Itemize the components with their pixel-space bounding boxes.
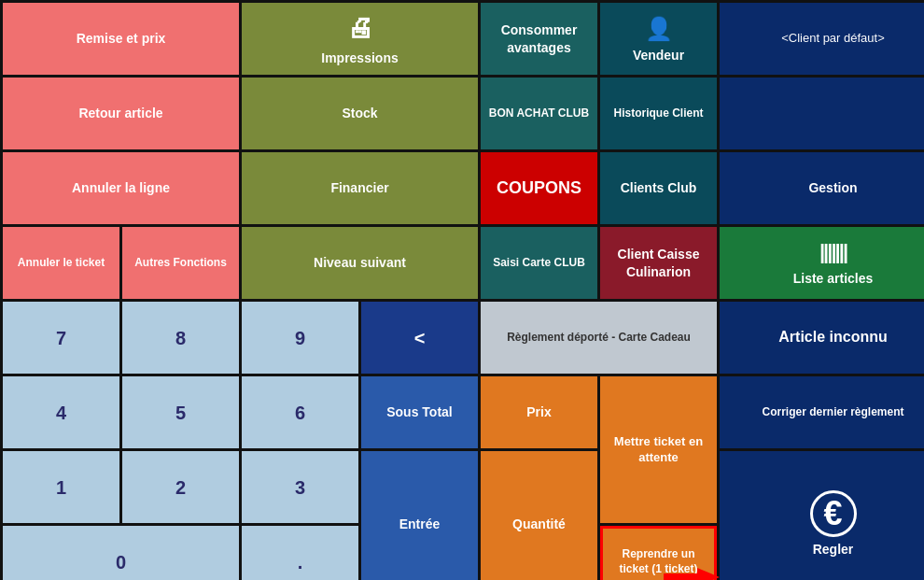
client-defaut-button[interactable]: <Client par défaut> xyxy=(720,3,924,75)
num4-button[interactable]: 4 xyxy=(3,376,119,448)
num0-button[interactable]: 0 xyxy=(3,526,239,580)
gestion-button[interactable]: Gestion xyxy=(720,152,924,224)
num8-button[interactable]: 8 xyxy=(122,302,239,374)
euro-circle-icon: € xyxy=(810,490,857,537)
annuler-ligne-button[interactable]: Annuler la ligne xyxy=(3,152,239,224)
niveau-button[interactable]: Niveau suivant xyxy=(242,227,478,299)
corriger-button[interactable]: Corriger dernier règlement xyxy=(720,376,924,448)
barcode-icon: ||||||| xyxy=(819,239,847,266)
quantite-button[interactable]: Quantité xyxy=(481,451,597,580)
retour-button[interactable]: Retour article xyxy=(3,78,239,149)
num9-button[interactable]: 9 xyxy=(242,302,358,374)
num7-button[interactable]: 7 xyxy=(3,302,119,374)
mettre-ticket-button[interactable]: Mettre ticket en attente xyxy=(600,376,717,523)
user-icon: 👤 xyxy=(645,14,673,43)
impressions-button[interactable]: 🖨 Impressions xyxy=(242,3,478,75)
empty-r2 xyxy=(720,78,924,149)
entree-button[interactable]: Entrée xyxy=(361,451,478,580)
annuler-ticket-button[interactable]: Annuler le ticket xyxy=(3,227,119,299)
stock-button[interactable]: Stock xyxy=(242,78,478,149)
sous-total-button[interactable]: Sous Total xyxy=(361,376,478,448)
liste-articles-button[interactable]: ||||||| Liste articles xyxy=(720,227,924,299)
clients-club-button[interactable]: Clients Club xyxy=(600,152,717,224)
back-button[interactable]: < xyxy=(361,302,478,374)
remise-button[interactable]: Remise et prix xyxy=(3,3,239,75)
num1-button[interactable]: 1 xyxy=(3,451,119,523)
main-grid: Remise et prix 🖨 Impressions Consommer a… xyxy=(0,0,924,580)
historique-button[interactable]: Historique Client xyxy=(600,78,717,149)
num6-button[interactable]: 6 xyxy=(242,376,358,448)
num5-button[interactable]: 5 xyxy=(122,376,239,448)
coupons-button[interactable]: COUPONS xyxy=(481,152,597,224)
dot-button[interactable]: . xyxy=(242,526,358,580)
client-caisse-button[interactable]: Client Caisse Culinarion xyxy=(600,227,717,299)
consommer-button[interactable]: Consommer avantages xyxy=(481,3,597,75)
regler-button[interactable]: € Regler xyxy=(720,451,924,580)
financier-button[interactable]: Financier xyxy=(242,152,478,224)
article-inconnu-button[interactable]: Article inconnu xyxy=(720,302,924,374)
num3-button[interactable]: 3 xyxy=(242,451,358,523)
printer-icon: 🖨 xyxy=(347,11,373,45)
num2-button[interactable]: 2 xyxy=(122,451,239,523)
vendeur-button[interactable]: 👤 Vendeur xyxy=(600,3,717,75)
reglement-button[interactable]: Règlement déporté - Carte Cadeau xyxy=(481,302,717,374)
autres-fonctions-button[interactable]: Autres Fonctions xyxy=(122,227,239,299)
saisi-carte-button[interactable]: Saisi Carte CLUB xyxy=(481,227,597,299)
prix-button[interactable]: Prix xyxy=(481,376,597,448)
bon-achat-button[interactable]: BON ACHAT CLUB xyxy=(481,78,597,149)
